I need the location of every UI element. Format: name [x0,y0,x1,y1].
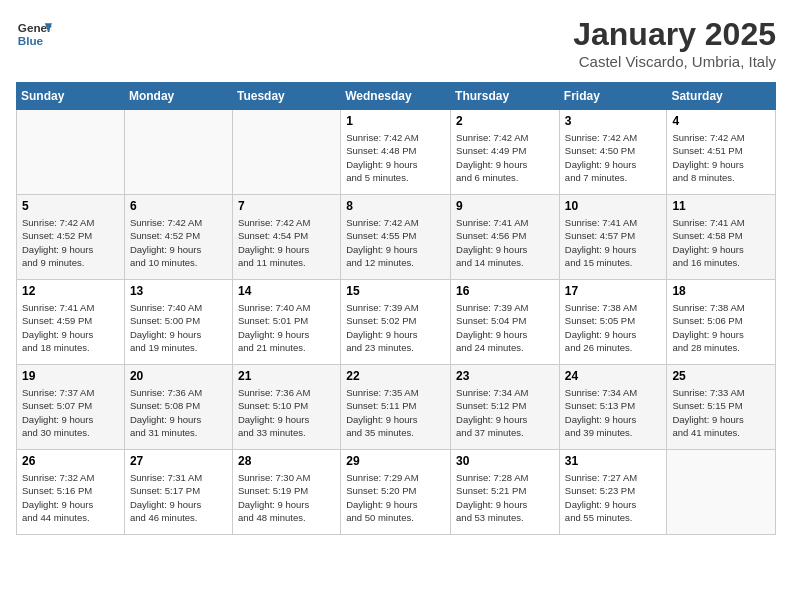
day-info: Sunrise: 7:41 AM Sunset: 4:59 PM Dayligh… [22,301,119,354]
day-number: 29 [346,454,445,468]
day-info: Sunrise: 7:35 AM Sunset: 5:11 PM Dayligh… [346,386,445,439]
day-number: 5 [22,199,119,213]
calendar-cell: 9Sunrise: 7:41 AM Sunset: 4:56 PM Daylig… [451,195,560,280]
day-number: 10 [565,199,662,213]
day-info: Sunrise: 7:29 AM Sunset: 5:20 PM Dayligh… [346,471,445,524]
day-info: Sunrise: 7:42 AM Sunset: 4:48 PM Dayligh… [346,131,445,184]
day-info: Sunrise: 7:40 AM Sunset: 5:01 PM Dayligh… [238,301,335,354]
day-number: 18 [672,284,770,298]
weekday-header-friday: Friday [559,83,667,110]
calendar-cell: 1Sunrise: 7:42 AM Sunset: 4:48 PM Daylig… [341,110,451,195]
day-number: 17 [565,284,662,298]
day-info: Sunrise: 7:33 AM Sunset: 5:15 PM Dayligh… [672,386,770,439]
day-info: Sunrise: 7:41 AM Sunset: 4:58 PM Dayligh… [672,216,770,269]
weekday-header-wednesday: Wednesday [341,83,451,110]
day-number: 8 [346,199,445,213]
calendar-cell [17,110,125,195]
weekday-header-row: SundayMondayTuesdayWednesdayThursdayFrid… [17,83,776,110]
calendar-cell: 21Sunrise: 7:36 AM Sunset: 5:10 PM Dayli… [232,365,340,450]
day-info: Sunrise: 7:32 AM Sunset: 5:16 PM Dayligh… [22,471,119,524]
day-info: Sunrise: 7:42 AM Sunset: 4:54 PM Dayligh… [238,216,335,269]
calendar-cell: 22Sunrise: 7:35 AM Sunset: 5:11 PM Dayli… [341,365,451,450]
day-info: Sunrise: 7:30 AM Sunset: 5:19 PM Dayligh… [238,471,335,524]
day-number: 15 [346,284,445,298]
week-row-4: 19Sunrise: 7:37 AM Sunset: 5:07 PM Dayli… [17,365,776,450]
day-info: Sunrise: 7:27 AM Sunset: 5:23 PM Dayligh… [565,471,662,524]
calendar-cell: 12Sunrise: 7:41 AM Sunset: 4:59 PM Dayli… [17,280,125,365]
day-info: Sunrise: 7:28 AM Sunset: 5:21 PM Dayligh… [456,471,554,524]
calendar-cell: 6Sunrise: 7:42 AM Sunset: 4:52 PM Daylig… [124,195,232,280]
calendar-cell: 15Sunrise: 7:39 AM Sunset: 5:02 PM Dayli… [341,280,451,365]
calendar-cell [667,450,776,535]
calendar-table: SundayMondayTuesdayWednesdayThursdayFrid… [16,82,776,535]
calendar-cell: 30Sunrise: 7:28 AM Sunset: 5:21 PM Dayli… [451,450,560,535]
day-number: 11 [672,199,770,213]
day-info: Sunrise: 7:39 AM Sunset: 5:04 PM Dayligh… [456,301,554,354]
day-number: 2 [456,114,554,128]
day-info: Sunrise: 7:37 AM Sunset: 5:07 PM Dayligh… [22,386,119,439]
day-info: Sunrise: 7:38 AM Sunset: 5:05 PM Dayligh… [565,301,662,354]
day-number: 23 [456,369,554,383]
calendar-cell: 25Sunrise: 7:33 AM Sunset: 5:15 PM Dayli… [667,365,776,450]
day-number: 7 [238,199,335,213]
day-number: 16 [456,284,554,298]
location-title: Castel Viscardo, Umbria, Italy [573,53,776,70]
calendar-cell: 29Sunrise: 7:29 AM Sunset: 5:20 PM Dayli… [341,450,451,535]
week-row-1: 1Sunrise: 7:42 AM Sunset: 4:48 PM Daylig… [17,110,776,195]
calendar-cell: 31Sunrise: 7:27 AM Sunset: 5:23 PM Dayli… [559,450,667,535]
day-number: 26 [22,454,119,468]
day-number: 12 [22,284,119,298]
svg-text:Blue: Blue [18,34,44,47]
day-info: Sunrise: 7:36 AM Sunset: 5:08 PM Dayligh… [130,386,227,439]
calendar-cell [124,110,232,195]
week-row-2: 5Sunrise: 7:42 AM Sunset: 4:52 PM Daylig… [17,195,776,280]
day-number: 21 [238,369,335,383]
calendar-cell [232,110,340,195]
calendar-cell: 10Sunrise: 7:41 AM Sunset: 4:57 PM Dayli… [559,195,667,280]
day-info: Sunrise: 7:40 AM Sunset: 5:00 PM Dayligh… [130,301,227,354]
weekday-header-tuesday: Tuesday [232,83,340,110]
day-info: Sunrise: 7:31 AM Sunset: 5:17 PM Dayligh… [130,471,227,524]
calendar-cell: 2Sunrise: 7:42 AM Sunset: 4:49 PM Daylig… [451,110,560,195]
calendar-cell: 3Sunrise: 7:42 AM Sunset: 4:50 PM Daylig… [559,110,667,195]
day-number: 25 [672,369,770,383]
calendar-cell: 8Sunrise: 7:42 AM Sunset: 4:55 PM Daylig… [341,195,451,280]
day-number: 24 [565,369,662,383]
calendar-cell: 19Sunrise: 7:37 AM Sunset: 5:07 PM Dayli… [17,365,125,450]
calendar-cell: 16Sunrise: 7:39 AM Sunset: 5:04 PM Dayli… [451,280,560,365]
calendar-cell: 18Sunrise: 7:38 AM Sunset: 5:06 PM Dayli… [667,280,776,365]
day-info: Sunrise: 7:39 AM Sunset: 5:02 PM Dayligh… [346,301,445,354]
day-number: 4 [672,114,770,128]
calendar-cell: 17Sunrise: 7:38 AM Sunset: 5:05 PM Dayli… [559,280,667,365]
day-number: 31 [565,454,662,468]
day-info: Sunrise: 7:42 AM Sunset: 4:52 PM Dayligh… [22,216,119,269]
calendar-cell: 28Sunrise: 7:30 AM Sunset: 5:19 PM Dayli… [232,450,340,535]
day-info: Sunrise: 7:42 AM Sunset: 4:51 PM Dayligh… [672,131,770,184]
calendar-cell: 24Sunrise: 7:34 AM Sunset: 5:13 PM Dayli… [559,365,667,450]
day-number: 3 [565,114,662,128]
week-row-5: 26Sunrise: 7:32 AM Sunset: 5:16 PM Dayli… [17,450,776,535]
page-header: General Blue January 2025 Castel Viscard… [16,16,776,70]
calendar-cell: 4Sunrise: 7:42 AM Sunset: 4:51 PM Daylig… [667,110,776,195]
calendar-cell: 13Sunrise: 7:40 AM Sunset: 5:00 PM Dayli… [124,280,232,365]
calendar-cell: 26Sunrise: 7:32 AM Sunset: 5:16 PM Dayli… [17,450,125,535]
day-info: Sunrise: 7:38 AM Sunset: 5:06 PM Dayligh… [672,301,770,354]
calendar-cell: 23Sunrise: 7:34 AM Sunset: 5:12 PM Dayli… [451,365,560,450]
calendar-cell: 14Sunrise: 7:40 AM Sunset: 5:01 PM Dayli… [232,280,340,365]
weekday-header-sunday: Sunday [17,83,125,110]
title-area: January 2025 Castel Viscardo, Umbria, It… [573,16,776,70]
day-number: 6 [130,199,227,213]
day-number: 22 [346,369,445,383]
day-info: Sunrise: 7:34 AM Sunset: 5:12 PM Dayligh… [456,386,554,439]
calendar-cell: 27Sunrise: 7:31 AM Sunset: 5:17 PM Dayli… [124,450,232,535]
day-number: 9 [456,199,554,213]
weekday-header-monday: Monday [124,83,232,110]
day-number: 19 [22,369,119,383]
week-row-3: 12Sunrise: 7:41 AM Sunset: 4:59 PM Dayli… [17,280,776,365]
weekday-header-saturday: Saturday [667,83,776,110]
logo: General Blue [16,16,52,52]
day-info: Sunrise: 7:36 AM Sunset: 5:10 PM Dayligh… [238,386,335,439]
day-number: 20 [130,369,227,383]
weekday-header-thursday: Thursday [451,83,560,110]
calendar-cell: 11Sunrise: 7:41 AM Sunset: 4:58 PM Dayli… [667,195,776,280]
